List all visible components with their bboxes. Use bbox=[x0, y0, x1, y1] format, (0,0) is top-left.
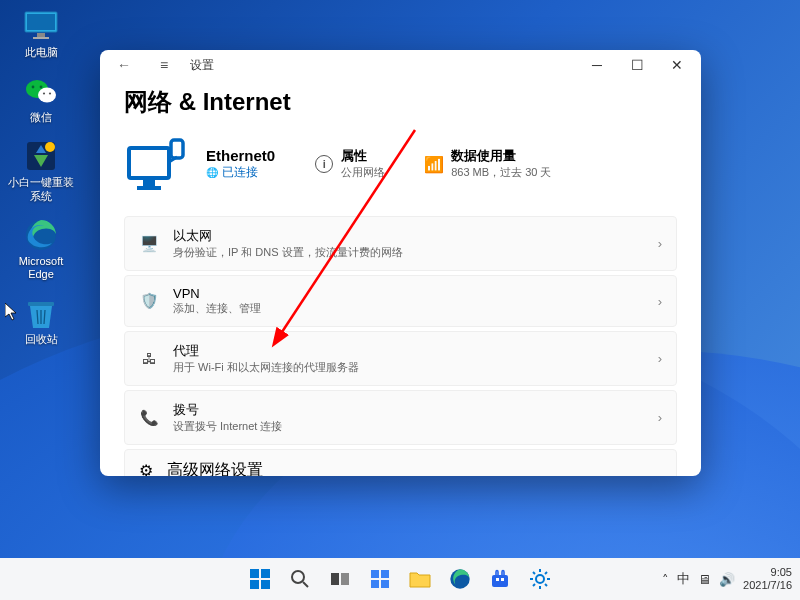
svg-rect-2 bbox=[37, 33, 45, 37]
data-usage-link[interactable]: 📶 数据使用量 863 MB，过去 30 天 bbox=[425, 148, 551, 180]
svg-line-42 bbox=[545, 584, 547, 586]
svg-point-24 bbox=[292, 571, 304, 583]
desktop-icon-this-pc[interactable]: 此电脑 bbox=[5, 8, 77, 59]
svg-line-25 bbox=[303, 582, 308, 587]
svg-point-6 bbox=[32, 86, 35, 89]
svg-rect-27 bbox=[341, 573, 349, 585]
store-button[interactable] bbox=[482, 561, 518, 597]
edge-button[interactable] bbox=[442, 561, 478, 597]
chevron-right-icon: › bbox=[658, 351, 662, 366]
svg-rect-17 bbox=[171, 140, 183, 158]
dialup-icon: 📞 bbox=[139, 409, 159, 427]
tray-chevron-icon[interactable]: ˄ bbox=[662, 572, 669, 587]
window-title: 设置 bbox=[190, 57, 214, 74]
recycle-icon bbox=[23, 295, 59, 331]
svg-rect-28 bbox=[371, 570, 379, 578]
svg-line-43 bbox=[545, 572, 547, 574]
svg-rect-15 bbox=[143, 180, 155, 186]
svg-point-36 bbox=[536, 575, 544, 583]
settings-button[interactable] bbox=[522, 561, 558, 597]
tray-volume-icon[interactable]: 🔊 bbox=[719, 572, 735, 587]
search-button[interactable] bbox=[282, 561, 318, 597]
svg-rect-33 bbox=[492, 575, 508, 587]
ethernet-icon: 🖥️ bbox=[139, 235, 159, 253]
svg-rect-13 bbox=[28, 302, 54, 306]
properties-link[interactable]: i 属性 公用网络 bbox=[315, 148, 385, 180]
page-title: 网络 & Internet bbox=[124, 86, 677, 118]
taskbar: ˄ 中 🖥 🔊 9:05 2021/7/16 bbox=[0, 558, 800, 600]
svg-rect-30 bbox=[371, 580, 379, 588]
svg-point-7 bbox=[40, 86, 43, 89]
back-button[interactable]: ← bbox=[110, 51, 138, 79]
desktop-icon-wechat[interactable]: 微信 bbox=[5, 73, 77, 124]
desktop-icon-recycle[interactable]: 回收站 bbox=[5, 295, 77, 346]
advanced-icon: ⚙ bbox=[139, 461, 153, 476]
pc-network-icon bbox=[124, 132, 188, 196]
svg-rect-31 bbox=[381, 580, 389, 588]
svg-line-41 bbox=[533, 572, 535, 574]
desktop-icon-edge[interactable]: Microsoft Edge bbox=[5, 217, 77, 281]
row-dialup[interactable]: 📞 拨号 设置拨号 Internet 连接 › bbox=[124, 390, 677, 445]
svg-point-8 bbox=[43, 93, 45, 95]
tray-clock[interactable]: 9:05 2021/7/16 bbox=[743, 566, 792, 592]
svg-line-44 bbox=[533, 584, 535, 586]
svg-rect-29 bbox=[381, 570, 389, 578]
desktop-icon-installer[interactable]: 小白一键重装系统 bbox=[5, 138, 77, 202]
info-icon: i bbox=[315, 155, 333, 173]
widgets-button[interactable] bbox=[362, 561, 398, 597]
row-advanced[interactable]: ⚙ 高级网络设置 bbox=[124, 449, 677, 476]
svg-rect-3 bbox=[33, 37, 49, 39]
settings-window: ← ≡ 设置 ─ ☐ ✕ 网络 & Internet Ethernet0 已连接… bbox=[100, 50, 701, 476]
tray-lang[interactable]: 中 bbox=[677, 570, 690, 588]
proxy-icon: 🖧 bbox=[139, 350, 159, 367]
connection-name: Ethernet0 bbox=[206, 147, 275, 164]
connection-status: 已连接 bbox=[206, 164, 275, 181]
installer-icon bbox=[23, 138, 59, 174]
connection-hero: Ethernet0 已连接 i 属性 公用网络 📶 数据使用量 863 MB，过… bbox=[124, 132, 677, 196]
menu-button[interactable]: ≡ bbox=[150, 51, 178, 79]
svg-rect-34 bbox=[496, 578, 499, 581]
explorer-button[interactable] bbox=[402, 561, 438, 597]
svg-rect-21 bbox=[261, 569, 270, 578]
svg-point-5 bbox=[38, 88, 56, 103]
row-vpn[interactable]: 🛡️ VPN 添加、连接、管理 › bbox=[124, 275, 677, 327]
chevron-right-icon: › bbox=[658, 236, 662, 251]
svg-point-11 bbox=[45, 142, 55, 152]
row-ethernet[interactable]: 🖥️ 以太网 身份验证，IP 和 DNS 设置，按流量计费的网络 › bbox=[124, 216, 677, 271]
svg-rect-26 bbox=[331, 573, 339, 585]
svg-rect-23 bbox=[261, 580, 270, 589]
chevron-right-icon: › bbox=[658, 294, 662, 309]
start-button[interactable] bbox=[242, 561, 278, 597]
svg-rect-22 bbox=[250, 580, 259, 589]
edge-icon bbox=[23, 217, 59, 253]
svg-rect-35 bbox=[501, 578, 504, 581]
desktop-icons: 此电脑 微信 小白一键重装系统 Microsoft Edge 回收站 bbox=[5, 8, 77, 346]
svg-rect-16 bbox=[137, 186, 161, 190]
svg-rect-1 bbox=[27, 14, 55, 30]
row-proxy[interactable]: 🖧 代理 用于 Wi-Fi 和以太网连接的代理服务器 › bbox=[124, 331, 677, 386]
data-usage-icon: 📶 bbox=[425, 155, 443, 173]
maximize-button[interactable]: ☐ bbox=[617, 51, 657, 79]
svg-point-9 bbox=[49, 93, 51, 95]
chevron-right-icon: › bbox=[658, 410, 662, 425]
svg-rect-20 bbox=[250, 569, 259, 578]
vpn-icon: 🛡️ bbox=[139, 292, 159, 310]
taskview-button[interactable] bbox=[322, 561, 358, 597]
wechat-icon bbox=[23, 73, 59, 109]
titlebar: ← ≡ 设置 ─ ☐ ✕ bbox=[100, 50, 701, 80]
close-button[interactable]: ✕ bbox=[657, 51, 697, 79]
tray-network-icon[interactable]: 🖥 bbox=[698, 572, 711, 587]
minimize-button[interactable]: ─ bbox=[577, 51, 617, 79]
svg-rect-14 bbox=[129, 148, 169, 178]
monitor-icon bbox=[23, 8, 59, 44]
